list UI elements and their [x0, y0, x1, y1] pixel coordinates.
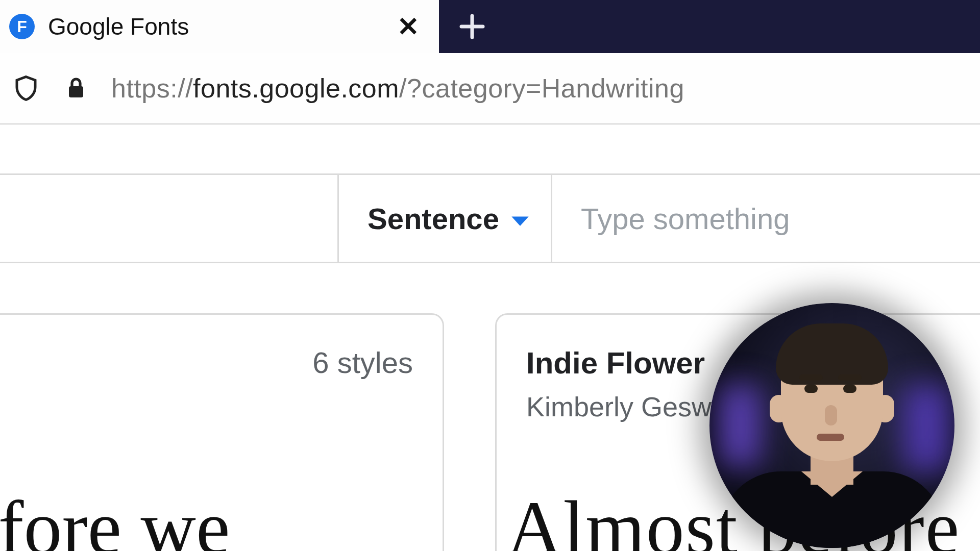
- url-text[interactable]: https://fonts.google.com/?category=Handw…: [111, 73, 684, 104]
- preview-text-input[interactable]: Type something: [552, 175, 980, 262]
- preview-text-placeholder: Type something: [581, 202, 790, 236]
- webcam-overlay: [709, 303, 954, 548]
- close-tab-button[interactable]: ✕: [378, 13, 439, 40]
- svg-rect-2: [69, 86, 83, 97]
- preview-mode-label: Sentence: [368, 202, 499, 236]
- url-scheme: https://: [111, 73, 193, 103]
- page-content: Sentence Type something 6 styles efore w…: [0, 124, 980, 551]
- plus-icon: [458, 12, 486, 41]
- tab-title: Google Fonts: [48, 13, 378, 40]
- font-preview-text: efore we: [0, 484, 230, 551]
- url-host: fonts.google.com: [193, 73, 399, 103]
- favicon-icon: F: [9, 14, 35, 39]
- chevron-down-icon: [510, 202, 530, 236]
- address-bar[interactable]: https://fonts.google.com/?category=Handw…: [0, 53, 980, 124]
- browser-tab[interactable]: F Google Fonts ✕: [0, 0, 439, 53]
- toolbar-left-spacer: [0, 175, 339, 262]
- lock-icon[interactable]: [61, 73, 91, 103]
- styles-count: 6 styles: [30, 345, 413, 380]
- preview-toolbar: Sentence Type something: [0, 173, 980, 263]
- tab-strip: F Google Fonts ✕: [0, 0, 980, 53]
- preview-mode-dropdown[interactable]: Sentence: [339, 175, 552, 262]
- url-path: /?category=Handwriting: [399, 73, 684, 103]
- font-card[interactable]: 6 styles efore we: [0, 313, 444, 551]
- new-tab-button[interactable]: [439, 0, 505, 53]
- tracking-shield-icon[interactable]: [11, 73, 41, 103]
